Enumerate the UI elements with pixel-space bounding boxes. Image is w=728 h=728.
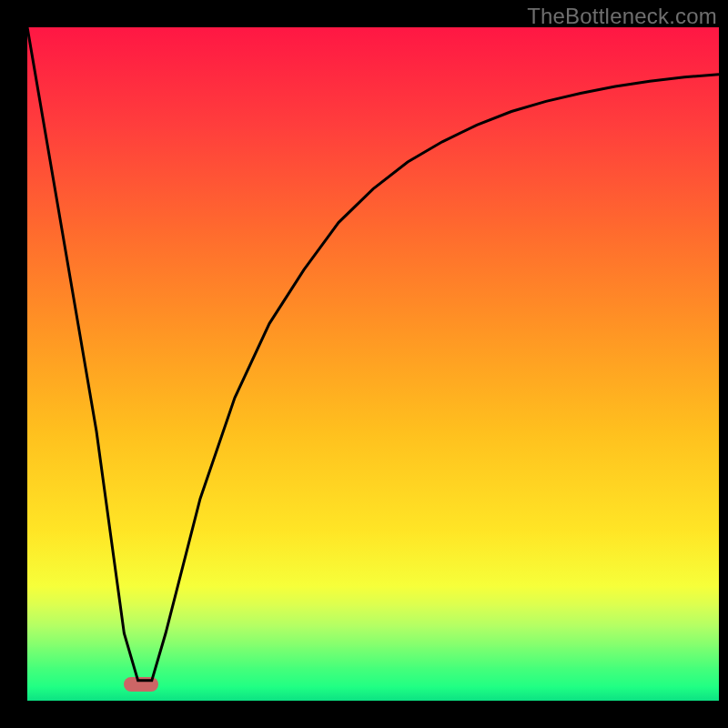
curve-path [27, 27, 719, 681]
watermark-text: TheBottleneck.com [527, 4, 717, 29]
plot-area [27, 27, 719, 701]
bottleneck-curve [27, 27, 719, 701]
